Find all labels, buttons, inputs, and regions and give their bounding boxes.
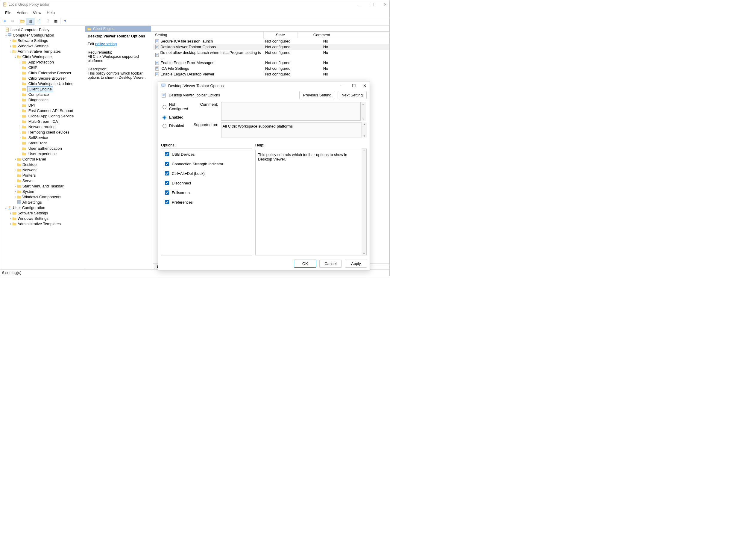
- window-title: Local Group Policy Editor: [9, 2, 49, 7]
- tree-item[interactable]: Multi-Stream ICA: [27, 119, 59, 124]
- tree-item[interactable]: User authentication: [27, 146, 63, 151]
- option-checkbox[interactable]: Connection Strength Indicator: [164, 161, 250, 167]
- maximize-button[interactable]: ☐: [370, 2, 374, 7]
- tree-item[interactable]: System: [22, 189, 35, 194]
- menu-action[interactable]: Action: [15, 10, 29, 16]
- setting-row[interactable]: Do not allow desktop launch when Initial…: [153, 50, 389, 60]
- up-icon[interactable]: [18, 18, 26, 24]
- filter-icon[interactable]: ▼: [61, 18, 69, 24]
- tree-user-config[interactable]: User Configuration: [13, 205, 45, 210]
- tree-pane[interactable]: Local Computer Policy ⌄ Computer Configu…: [0, 26, 85, 269]
- svg-rect-10: [17, 200, 19, 202]
- tree-item[interactable]: StoreFront: [27, 141, 48, 146]
- col-comment[interactable]: Comment: [298, 32, 346, 38]
- svg-point-14: [9, 206, 10, 208]
- forward-icon[interactable]: ➡: [9, 18, 16, 24]
- tree-item[interactable]: Windows Settings: [18, 216, 48, 221]
- menu-help[interactable]: Help: [45, 10, 56, 16]
- tree-citrix-workspace[interactable]: Citrix Workspace: [22, 54, 52, 59]
- tree-item[interactable]: Global App Config Service: [27, 114, 75, 118]
- tree-item[interactable]: Desktop: [22, 162, 37, 167]
- tree-item[interactable]: Windows Components: [22, 195, 61, 199]
- option-checkbox[interactable]: Disconnect: [164, 180, 250, 186]
- option-checkbox[interactable]: Fullscreen: [164, 189, 250, 195]
- menu-view[interactable]: View: [31, 10, 43, 16]
- svg-rect-11: [19, 200, 21, 202]
- tree-item[interactable]: Citrix Workspace Updates: [27, 81, 75, 86]
- comment-input[interactable]: [221, 102, 361, 121]
- options-box: USB DevicesConnection Strength Indicator…: [161, 149, 252, 255]
- tree-item[interactable]: App Protection: [27, 60, 55, 65]
- setting-row[interactable]: Enable Legacy Desktop Viewer Not configu…: [153, 71, 389, 77]
- setting-row[interactable]: Desktop Viewer Toolbar Options Not confi…: [153, 44, 389, 50]
- option-checkbox[interactable]: Ctrl+Alt+Del (Lock): [164, 170, 250, 176]
- dialog-close-icon[interactable]: ✕: [363, 83, 367, 88]
- tree-item[interactable]: Compliance: [27, 92, 50, 97]
- tree-item[interactable]: CEIP: [27, 65, 39, 70]
- col-state[interactable]: State: [264, 32, 298, 38]
- properties-icon[interactable]: ▦: [52, 18, 60, 24]
- dialog-maximize-icon[interactable]: ☐: [352, 83, 356, 88]
- tree-item[interactable]: Fast Connect API Support: [27, 108, 75, 113]
- policy-dialog: Desktop Viewer Toolbar Options — ☐ ✕ Des…: [158, 81, 370, 270]
- next-setting-button[interactable]: Next Setting: [338, 91, 367, 99]
- apply-button[interactable]: Apply: [345, 260, 367, 268]
- description-pane: Desktop Viewer Toolbar Options Edit poli…: [85, 32, 153, 269]
- tree-item[interactable]: Citrix Secure Browser: [27, 76, 67, 81]
- cancel-button[interactable]: Cancel: [319, 260, 342, 268]
- toolbar: ⬅ ➡ ▥ 📄 ❔ ▦ ▼: [0, 17, 389, 26]
- help-box: This policy controls which toolbar optio…: [255, 150, 362, 255]
- setting-row[interactable]: Secure ICA file session launch Not confi…: [153, 38, 389, 44]
- tree-item[interactable]: Windows Settings: [18, 44, 48, 48]
- tree-item[interactable]: Start Menu and Taskbar: [22, 184, 64, 188]
- tree-item[interactable]: Network: [22, 168, 37, 172]
- supported-on: All Citrix Workspace supported platforms: [221, 122, 362, 137]
- show-hide-tree-icon[interactable]: ▥: [26, 18, 34, 25]
- option-checkbox[interactable]: USB Devices: [164, 151, 250, 157]
- option-checkbox[interactable]: Preferences: [164, 199, 250, 205]
- setting-row[interactable]: Enable Engine Error Messages Not configu…: [153, 60, 389, 66]
- tree-item[interactable]: Administrative Templates: [18, 49, 61, 53]
- svg-rect-12: [17, 202, 19, 204]
- tree-item[interactable]: Client Engine: [27, 86, 53, 92]
- dialog-title: Desktop Viewer Toolbar Options: [168, 84, 338, 88]
- titlebar: Local Group Policy Editor — ☐ ✕: [0, 0, 389, 9]
- minimize-button[interactable]: —: [357, 2, 362, 7]
- tree-item[interactable]: Software Settings: [18, 38, 48, 43]
- tree-item[interactable]: Printers: [22, 173, 36, 178]
- content-header: Client Engine: [85, 26, 151, 32]
- tree-item[interactable]: Server: [22, 179, 34, 183]
- tree-item[interactable]: Network routing: [27, 124, 57, 129]
- radio-enabled[interactable]: Enabled: [161, 115, 188, 119]
- tree-item[interactable]: All Settings: [22, 200, 42, 205]
- tree-item[interactable]: Diagnostics: [27, 97, 50, 102]
- tree-item[interactable]: Citrix Enterprise Browser: [27, 70, 73, 76]
- dialog-minimize-icon[interactable]: —: [341, 83, 345, 88]
- tree-item[interactable]: Administrative Templates: [18, 221, 61, 226]
- export-icon[interactable]: 📄: [34, 18, 42, 24]
- tree-root[interactable]: Local Computer Policy: [11, 27, 49, 32]
- ok-button[interactable]: OK: [294, 260, 316, 268]
- close-button[interactable]: ✕: [383, 2, 387, 7]
- tree-item[interactable]: Software Settings: [18, 211, 48, 215]
- col-setting[interactable]: Setting: [153, 32, 264, 38]
- radio-not-configured[interactable]: Not Configured: [161, 102, 188, 111]
- menu-file[interactable]: File: [3, 10, 13, 16]
- setting-row[interactable]: ICA File Settings Not configuredNo: [153, 66, 389, 71]
- menubar: File Action View Help: [0, 9, 389, 17]
- policy-title: Desktop Viewer Toolbar Options: [88, 34, 150, 38]
- previous-setting-button[interactable]: Previous Setting: [299, 91, 335, 99]
- tree-item[interactable]: DPI: [27, 103, 36, 108]
- tree-item[interactable]: User experience: [27, 151, 58, 156]
- tree-item[interactable]: SelfService: [27, 135, 49, 140]
- tree-item[interactable]: Control Panel: [22, 157, 46, 161]
- svg-rect-13: [19, 202, 21, 204]
- help-icon[interactable]: ❔: [44, 18, 52, 24]
- back-icon[interactable]: ⬅: [1, 18, 9, 24]
- edit-policy-link[interactable]: policy setting: [95, 42, 117, 46]
- radio-disabled[interactable]: Disabled: [161, 123, 188, 128]
- tree-item[interactable]: Remoting client devices: [27, 130, 71, 135]
- tree-computer-config[interactable]: Computer Configuration: [13, 33, 54, 37]
